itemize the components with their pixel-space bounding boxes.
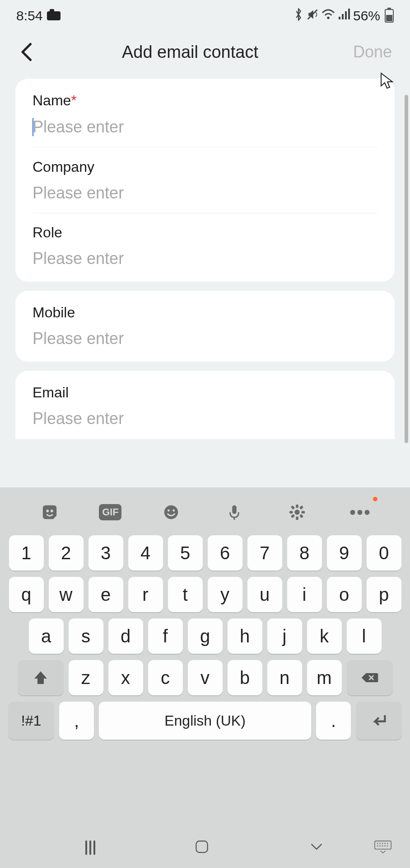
symbols-key[interactable]: !#1 xyxy=(8,702,54,740)
key-d[interactable]: d xyxy=(108,618,143,654)
key-a[interactable]: a xyxy=(29,618,64,654)
field-role[interactable]: Role xyxy=(15,213,395,279)
enter-key[interactable] xyxy=(356,702,402,740)
svg-point-28 xyxy=(384,843,386,844)
key-g[interactable]: g xyxy=(188,618,223,654)
svg-point-10 xyxy=(168,509,170,512)
field-label-mobile: Mobile xyxy=(33,304,377,321)
svg-rect-20 xyxy=(299,514,303,518)
key-i[interactable]: i xyxy=(287,577,322,612)
card-mobile: Mobile xyxy=(15,291,395,362)
sticker-icon[interactable] xyxy=(36,499,63,526)
key-3[interactable]: 3 xyxy=(89,535,123,571)
key-q[interactable]: q xyxy=(9,577,44,612)
form-content: Name* Please enter Company Role Mobile E… xyxy=(0,72,410,439)
status-time: 8:54 xyxy=(16,8,42,24)
key-8[interactable]: 8 xyxy=(287,535,322,571)
voice-icon[interactable] xyxy=(221,499,248,526)
shift-key[interactable] xyxy=(18,660,64,695)
svg-point-7 xyxy=(46,509,49,512)
email-input[interactable] xyxy=(33,409,377,428)
key-y[interactable]: y xyxy=(208,577,242,612)
nav-recent[interactable] xyxy=(85,840,95,855)
key-k[interactable]: k xyxy=(307,618,342,654)
emoji-icon[interactable] xyxy=(158,499,185,526)
key-p[interactable]: p xyxy=(367,577,401,612)
svg-rect-22 xyxy=(291,514,295,518)
key-j[interactable]: j xyxy=(267,618,302,654)
svg-rect-23 xyxy=(196,841,207,852)
key-2[interactable]: 2 xyxy=(49,535,84,571)
scroll-indicator[interactable] xyxy=(405,95,408,443)
key-b[interactable]: b xyxy=(228,660,262,695)
field-mobile[interactable]: Mobile xyxy=(15,293,395,359)
svg-point-11 xyxy=(172,509,175,512)
key-6[interactable]: 6 xyxy=(208,535,242,571)
gif-button[interactable]: GIF xyxy=(99,504,121,520)
key-7[interactable]: 7 xyxy=(247,535,282,571)
field-company[interactable]: Company xyxy=(15,148,395,213)
key-1[interactable]: 1 xyxy=(9,535,44,571)
key-w[interactable]: w xyxy=(49,577,84,612)
key-9[interactable]: 9 xyxy=(327,535,362,571)
key-5[interactable]: 5 xyxy=(168,535,203,571)
keyboard-toolbar: GIF ••• xyxy=(0,492,410,533)
key-h[interactable]: h xyxy=(228,618,262,654)
role-input[interactable] xyxy=(33,249,377,268)
key-c[interactable]: c xyxy=(148,660,183,695)
key-r[interactable]: r xyxy=(128,577,163,612)
period-key[interactable]: . xyxy=(316,702,351,740)
kb-row-asdf: asdfghjkl xyxy=(8,618,402,654)
hide-keyboard-icon[interactable] xyxy=(374,840,392,855)
back-button[interactable] xyxy=(14,38,41,66)
svg-point-26 xyxy=(379,843,381,844)
done-button[interactable]: Done xyxy=(349,42,396,61)
key-o[interactable]: o xyxy=(327,577,362,612)
key-4[interactable]: 4 xyxy=(128,535,163,571)
bluetooth-icon xyxy=(294,8,303,24)
settings-icon[interactable] xyxy=(284,499,311,526)
key-l[interactable]: l xyxy=(347,618,382,654)
nav-back[interactable] xyxy=(308,839,325,857)
company-input[interactable] xyxy=(33,184,377,203)
name-input[interactable]: Please enter xyxy=(33,117,377,137)
svg-point-9 xyxy=(164,505,178,519)
key-t[interactable]: t xyxy=(168,577,203,612)
field-label-name: Name* xyxy=(33,92,377,109)
key-v[interactable]: v xyxy=(188,660,223,695)
svg-point-31 xyxy=(379,845,381,847)
battery-percent: 56% xyxy=(353,8,380,24)
key-x[interactable]: x xyxy=(108,660,143,695)
field-label-email: Email xyxy=(33,384,377,401)
card-primary: Name* Please enter Company Role xyxy=(15,79,395,282)
svg-rect-6 xyxy=(43,505,56,519)
mobile-input[interactable] xyxy=(33,329,377,348)
space-key[interactable]: English (UK) xyxy=(99,702,311,740)
svg-rect-18 xyxy=(302,511,305,514)
field-email[interactable]: Email xyxy=(15,373,395,436)
key-m[interactable]: m xyxy=(307,660,342,695)
field-name[interactable]: Name* Please enter xyxy=(15,81,395,148)
svg-point-25 xyxy=(377,843,378,844)
key-f[interactable]: f xyxy=(148,618,183,654)
backspace-key[interactable] xyxy=(347,660,393,695)
key-0[interactable]: 0 xyxy=(367,535,401,571)
svg-rect-12 xyxy=(232,505,237,514)
cell-signal-icon xyxy=(338,8,350,24)
svg-rect-21 xyxy=(299,505,303,509)
comma-key[interactable]: , xyxy=(59,702,94,740)
card-email: Email xyxy=(15,371,395,439)
page-title: Add email contact xyxy=(41,42,349,62)
svg-point-14 xyxy=(295,509,300,514)
svg-rect-2 xyxy=(339,17,340,19)
more-icon[interactable]: ••• xyxy=(347,499,374,526)
svg-rect-17 xyxy=(289,511,293,514)
key-n[interactable]: n xyxy=(267,660,302,695)
key-z[interactable]: z xyxy=(69,660,103,695)
key-s[interactable]: s xyxy=(69,618,103,654)
key-u[interactable]: u xyxy=(247,577,282,612)
battery-icon xyxy=(385,9,394,23)
nav-home[interactable] xyxy=(194,839,210,857)
key-e[interactable]: e xyxy=(89,577,123,612)
kb-row-qwerty: qwertyuiop xyxy=(8,577,402,612)
